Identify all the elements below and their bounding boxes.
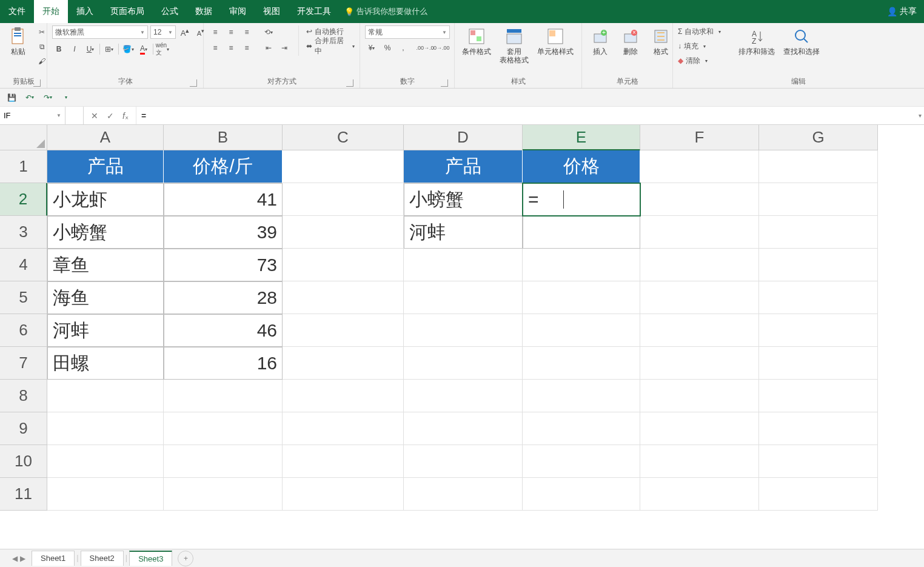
font-color-button[interactable]: A▾ [137,42,150,56]
menu-tab-文件[interactable]: 文件 [0,0,34,23]
row-header-6[interactable]: 6 [0,314,47,347]
row-header-8[interactable]: 8 [0,380,47,412]
cell-A11[interactable] [47,478,164,511]
cell-A10[interactable] [47,445,164,478]
dialog-launcher-icon[interactable] [190,79,197,87]
cell-D10[interactable] [404,445,523,478]
row-header-2[interactable]: 2 [0,183,47,216]
cell-F8[interactable] [640,380,759,412]
row-header-1[interactable]: 1 [0,150,47,183]
column-header-D[interactable]: D [404,125,523,150]
sheet-nav-first-button[interactable]: ◀ [12,554,18,563]
sheet-tab-Sheet1[interactable]: Sheet1 [32,551,75,566]
format-painter-button[interactable]: 🖌 [35,55,49,68]
align-right-button[interactable]: ≡ [240,41,253,55]
cell-E7[interactable] [523,347,640,380]
bold-button[interactable]: B [52,42,65,56]
column-header-F[interactable]: F [640,125,759,150]
cell-A1[interactable]: 产品 [47,150,164,183]
copy-button[interactable]: ⧉ [35,40,49,53]
dialog-launcher-icon[interactable] [346,79,353,87]
cell-B8[interactable] [164,380,283,412]
align-center-button[interactable]: ≡ [224,41,238,55]
cell-C1[interactable] [283,150,404,183]
clear-button[interactable]: ◆清除▾ [678,55,732,67]
insert-function-button[interactable]: fₓ [122,111,129,121]
align-left-button[interactable]: ≡ [209,41,222,55]
accept-formula-button[interactable]: ✓ [107,111,114,121]
increase-font-button[interactable]: A▴ [178,25,192,39]
add-sheet-button[interactable]: + [178,551,193,566]
cell-G4[interactable] [759,249,878,281]
row-header-7[interactable]: 7 [0,347,47,380]
cell-D3[interactable]: 河蚌 [404,216,523,249]
cell-B7[interactable]: 16 [164,347,283,380]
cancel-formula-button[interactable]: ✕ [91,111,98,121]
autosum-button[interactable]: Σ自动求和▾ [678,25,732,38]
menu-tab-审阅[interactable]: 审阅 [221,0,255,23]
tell-me[interactable]: 💡 告诉我你想要做什么 [344,0,427,23]
column-header-G[interactable]: G [759,125,878,150]
font-size-combo[interactable]: 12▼ [150,25,176,39]
orientation-button[interactable]: ⟲▾ [262,25,275,39]
decrease-decimal-button[interactable]: .0→.00 [434,41,447,55]
cell-F5[interactable] [640,281,759,314]
cell-E5[interactable] [523,281,640,314]
cell-B10[interactable] [164,445,283,478]
cell-E6[interactable] [523,314,640,347]
fill-button[interactable]: ↓填充▾ [678,40,732,52]
cell-G8[interactable] [759,380,878,412]
increase-decimal-button[interactable]: .00→.0 [418,41,432,55]
cell-A3[interactable]: 小螃蟹 [47,216,164,249]
select-all-corner[interactable] [0,125,47,150]
redo-button[interactable]: ↷▾ [41,91,55,104]
align-middle-button[interactable]: ≡ [224,25,238,39]
column-header-B[interactable]: B [164,125,283,150]
sheet-tab-Sheet3[interactable]: Sheet3 [129,551,172,566]
menu-tab-页面布局[interactable]: 页面布局 [102,0,153,23]
cell-B5[interactable]: 28 [164,281,283,314]
cell-B3[interactable]: 39 [164,216,283,249]
cell-C3[interactable] [283,216,404,249]
column-header-A[interactable]: A [47,125,164,150]
cell-D8[interactable] [404,380,523,412]
cell-B11[interactable] [164,478,283,511]
cell-A8[interactable] [47,380,164,412]
cell-C10[interactable] [283,445,404,478]
row-header-3[interactable]: 3 [0,216,47,249]
cell-C5[interactable] [283,281,404,314]
cell-B4[interactable]: 73 [164,249,283,281]
menu-tab-视图[interactable]: 视图 [255,0,289,23]
row-header-9[interactable]: 9 [0,412,47,445]
share-button[interactable]: 👤 共享 [887,0,917,23]
cell-B2[interactable]: 41 [164,183,283,216]
cell-D4[interactable] [404,249,523,281]
cell-F3[interactable] [640,216,759,249]
cell-A9[interactable] [47,412,164,445]
format-as-table-button[interactable]: 套用 表格格式 [497,25,531,66]
column-header-C[interactable]: C [283,125,404,150]
cell-C4[interactable] [283,249,404,281]
cell-G2[interactable] [759,183,878,216]
align-top-button[interactable]: ≡ [209,25,222,39]
menu-tab-插入[interactable]: 插入 [68,0,102,23]
menu-tab-开始[interactable]: 开始 [34,0,68,23]
cell-D2[interactable]: 小螃蟹 [404,183,523,216]
cell-E8[interactable] [523,380,640,412]
cell-D11[interactable] [404,478,523,511]
merge-center-button[interactable]: ⬌合并后居中▾ [306,40,355,52]
cell-A7[interactable]: 田螺 [47,347,164,380]
menu-tab-开发工具[interactable]: 开发工具 [289,0,340,23]
cut-button[interactable]: ✂ [35,25,49,39]
expand-formula-icon[interactable]: ▾ [919,112,922,119]
cell-G1[interactable] [759,150,878,183]
column-header-E[interactable]: E [523,125,640,150]
cell-F2[interactable] [640,183,759,216]
find-select-button[interactable]: 查找和选择 [781,25,822,57]
borders-button[interactable]: ⊞▾ [102,42,116,56]
cell-G6[interactable] [759,314,878,347]
cell-C6[interactable] [283,314,404,347]
cell-F6[interactable] [640,314,759,347]
cell-A4[interactable]: 章鱼 [47,249,164,281]
chevron-down-icon[interactable]: ▼ [56,113,61,118]
